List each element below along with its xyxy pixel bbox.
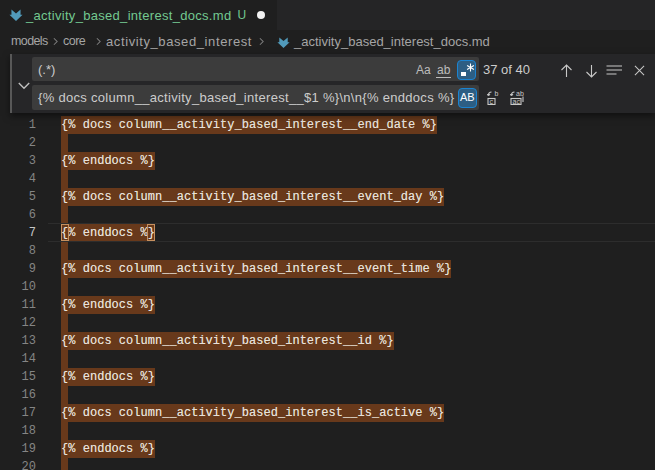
svg-text:ab: ab (516, 91, 524, 97)
svg-text:b: b (494, 91, 498, 97)
svg-text:ac: ac (512, 98, 520, 105)
svg-text:c: c (489, 98, 493, 105)
